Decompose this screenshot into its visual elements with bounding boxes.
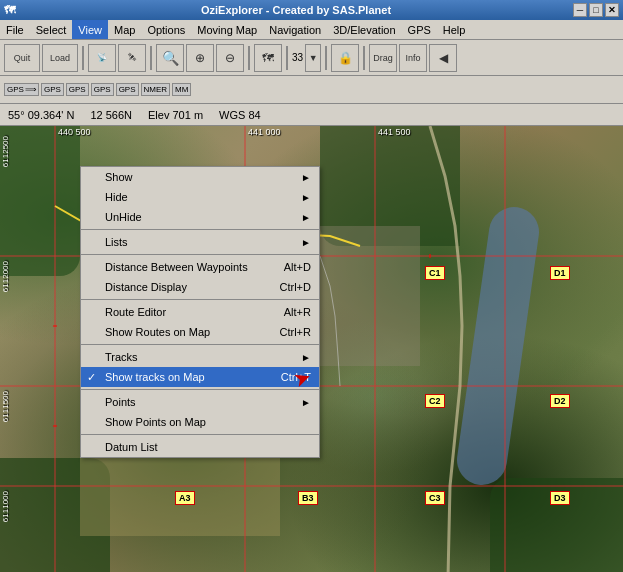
- gps-icon-1[interactable]: 📡: [88, 44, 116, 72]
- menu-item-unhide[interactable]: UnHide ►: [81, 207, 319, 227]
- show-label: Show: [105, 171, 133, 183]
- gps-status-2: GPS: [41, 83, 64, 96]
- coord-top-440500: 440 500: [58, 127, 91, 137]
- menu-item-lists[interactable]: Lists ►: [81, 232, 319, 252]
- menu-item-showroutes[interactable]: Show Routes on Map Ctrl+R: [81, 322, 319, 342]
- menu-select[interactable]: Select: [30, 20, 73, 39]
- gps-status-1: GPS ⟹: [4, 83, 39, 96]
- tracks-arrow-icon: ►: [301, 352, 311, 363]
- gps-status-5: GPS: [116, 83, 139, 96]
- menu-options[interactable]: Options: [141, 20, 191, 39]
- map-button[interactable]: 🗺: [254, 44, 282, 72]
- toolbar-main: Quit Load 📡 🛰 🔍 ⊕ ⊖ 🗺 33 ▼ 🔒 Drag Info ◀: [0, 40, 623, 76]
- gps-status-4: GPS: [91, 83, 114, 96]
- elev-m-value: Elev 701 m: [148, 109, 203, 121]
- forest-area-1: [0, 126, 80, 276]
- menu-item-showpoints[interactable]: Show Points on Map: [81, 412, 319, 432]
- zoom-label: 33: [292, 52, 303, 63]
- menu-3delevation[interactable]: 3D/Elevation: [327, 20, 401, 39]
- coord-value: 55° 09.364' N: [8, 109, 74, 121]
- menu-item-hide[interactable]: Hide ►: [81, 187, 319, 207]
- distdisplay-shortcut: Ctrl+D: [260, 281, 311, 293]
- magnify-button[interactable]: 🔍: [156, 44, 184, 72]
- menu-bar: File Select View Map Options Moving Map …: [0, 20, 623, 40]
- menu-item-points[interactable]: Points ►: [81, 392, 319, 412]
- menu-sep-4: [81, 344, 319, 345]
- lock-button[interactable]: 🔒: [331, 44, 359, 72]
- menu-navigation[interactable]: Navigation: [263, 20, 327, 39]
- gps-label-2: GPS: [44, 85, 61, 94]
- menu-file[interactable]: File: [0, 20, 30, 39]
- menu-sep-6: [81, 434, 319, 435]
- gps-label-5: GPS: [119, 85, 136, 94]
- cell-label-D2: D2: [550, 394, 570, 408]
- menu-item-distbetween[interactable]: Distance Between Waypoints Alt+D: [81, 257, 319, 277]
- menu-sep-5: [81, 389, 319, 390]
- menu-view[interactable]: View: [72, 20, 108, 39]
- points-label: Points: [105, 396, 136, 408]
- gps-status-7: MM: [172, 83, 191, 96]
- coord-bar: 55° 09.364' N 12 566N Elev 701 m WGS 84: [0, 104, 623, 126]
- showroutes-shortcut: Ctrl+R: [260, 326, 311, 338]
- drag-button[interactable]: Drag: [369, 44, 397, 72]
- menu-item-datumlist[interactable]: Datum List: [81, 437, 319, 457]
- show-arrow-icon: ►: [301, 172, 311, 183]
- gps-icon-2[interactable]: 🛰: [118, 44, 146, 72]
- toolbar-separator-3: [248, 46, 250, 70]
- distdisplay-label: Distance Display: [105, 281, 187, 293]
- gps-label-1: GPS: [7, 85, 24, 94]
- showpoints-label: Show Points on Map: [105, 416, 206, 428]
- lists-label: Lists: [105, 236, 128, 248]
- menu-item-tracks[interactable]: Tracks ►: [81, 347, 319, 367]
- cell-label-C3: C3: [425, 491, 445, 505]
- menu-sep-1: [81, 229, 319, 230]
- window-controls: ─ □ ✕: [573, 3, 619, 17]
- check-icon: ✓: [87, 371, 96, 384]
- menu-item-showtracks[interactable]: ✓ Show tracks on Map Ctrl+T ➤: [81, 367, 319, 387]
- minimize-button[interactable]: ─: [573, 3, 587, 17]
- menu-movingmap[interactable]: Moving Map: [191, 20, 263, 39]
- title-bar: 🗺 OziExplorer - Created by SAS.Planet ─ …: [0, 0, 623, 20]
- points-arrow-icon: ►: [301, 397, 311, 408]
- routeeditor-label: Route Editor: [105, 306, 166, 318]
- menu-map[interactable]: Map: [108, 20, 141, 39]
- unhide-arrow-icon: ►: [301, 212, 311, 223]
- back-button[interactable]: ◀: [429, 44, 457, 72]
- cell-label-B3: B3: [298, 491, 318, 505]
- load-button[interactable]: Load: [42, 44, 78, 72]
- maximize-button[interactable]: □: [589, 3, 603, 17]
- showroutes-label: Show Routes on Map: [105, 326, 210, 338]
- menu-help[interactable]: Help: [437, 20, 472, 39]
- zoom-dropdown[interactable]: ▼: [305, 44, 321, 72]
- menu-item-routeeditor[interactable]: Route Editor Alt+R: [81, 302, 319, 322]
- menu-sep-2: [81, 254, 319, 255]
- hide-label: Hide: [105, 191, 128, 203]
- info-button[interactable]: Info: [399, 44, 427, 72]
- cell-label-D3: D3: [550, 491, 570, 505]
- quit-button[interactable]: Quit: [4, 44, 40, 72]
- menu-item-distdisplay[interactable]: Distance Display Ctrl+D: [81, 277, 319, 297]
- menu-gps[interactable]: GPS: [402, 20, 437, 39]
- close-button[interactable]: ✕: [605, 3, 619, 17]
- coord-left-6111000: 6111000: [1, 491, 10, 522]
- elevation-value: 12 566N: [90, 109, 132, 121]
- gps-label-7: MM: [175, 85, 188, 94]
- gps-arrow-1: ⟹: [25, 85, 36, 94]
- menu-item-show[interactable]: Show ►: [81, 167, 319, 187]
- title-icon: 🗺: [4, 4, 15, 16]
- gps-label-4: GPS: [94, 85, 111, 94]
- routeeditor-shortcut: Alt+R: [264, 306, 311, 318]
- toolbar-separator-6: [363, 46, 365, 70]
- distbetween-label: Distance Between Waypoints: [105, 261, 248, 273]
- unhide-label: UnHide: [105, 211, 142, 223]
- showtracks-label: Show tracks on Map: [105, 371, 205, 383]
- toolbar-separator-5: [325, 46, 327, 70]
- toolbar-gps: GPS ⟹ GPS GPS GPS GPS NMER MM: [0, 76, 623, 104]
- map-area[interactable]: 440 500 441 000 441 500 6112500 6112000 …: [0, 126, 623, 572]
- menu-sep-3: [81, 299, 319, 300]
- tracks-label: Tracks: [105, 351, 138, 363]
- view-dropdown-menu[interactable]: Show ► Hide ► UnHide ► Lists ► Distance …: [80, 166, 320, 458]
- gps-status-3: GPS: [66, 83, 89, 96]
- zoom-in-button[interactable]: ⊕: [186, 44, 214, 72]
- zoom-out-button[interactable]: ⊖: [216, 44, 244, 72]
